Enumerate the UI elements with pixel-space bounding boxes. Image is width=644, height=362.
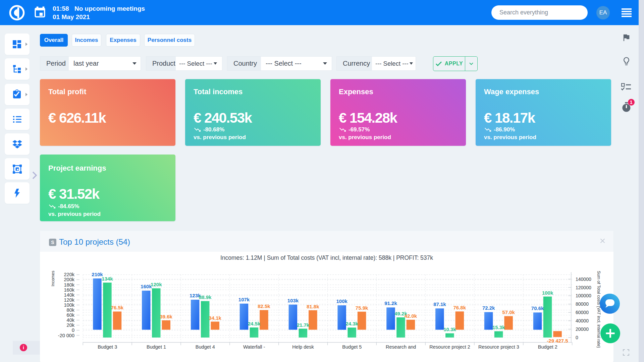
svg-text:140000: 140000 xyxy=(576,277,591,282)
svg-text:91.2k: 91.2k xyxy=(384,300,397,306)
svg-text:210k: 210k xyxy=(92,272,103,277)
svg-text:72.2k: 72.2k xyxy=(482,305,495,311)
svg-text:220k: 220k xyxy=(64,272,75,277)
svg-text:20000: 20000 xyxy=(576,326,589,332)
svg-text:24.3k: 24.3k xyxy=(345,321,358,326)
svg-text:160k: 160k xyxy=(64,287,75,293)
svg-text:140k: 140k xyxy=(64,292,75,298)
svg-text:Help desk: Help desk xyxy=(292,344,314,350)
svg-text:88.9k: 88.9k xyxy=(199,294,212,300)
svg-text:120000: 120000 xyxy=(576,285,591,290)
svg-text:Budget 1: Budget 1 xyxy=(147,344,166,350)
svg-text:100k: 100k xyxy=(542,290,553,296)
svg-text:180k: 180k xyxy=(64,282,75,288)
svg-text:Incomes: Incomes xyxy=(50,270,55,286)
svg-text:24.5k: 24.5k xyxy=(248,321,261,326)
svg-text:87.1k: 87.1k xyxy=(433,301,446,307)
svg-text:Waterfall -: Waterfall - xyxy=(243,344,265,350)
svg-text:10.3k: 10.3k xyxy=(443,326,456,332)
svg-text:0: 0 xyxy=(72,327,74,333)
svg-text:40000: 40000 xyxy=(576,318,589,323)
svg-text:34.1k: 34.1k xyxy=(209,315,221,321)
svg-text:0: 0 xyxy=(576,335,578,340)
svg-text:160k: 160k xyxy=(141,284,152,289)
svg-text:20k: 20k xyxy=(67,322,75,328)
svg-text:Resource project 3: Resource project 3 xyxy=(478,344,519,350)
svg-text:107k: 107k xyxy=(238,297,250,302)
svg-text:100k: 100k xyxy=(64,302,75,308)
svg-text:134k: 134k xyxy=(102,276,113,282)
svg-text:200k: 200k xyxy=(64,277,75,282)
svg-text:39.6k: 39.6k xyxy=(160,314,172,319)
svg-text:Budget 4: Budget 4 xyxy=(196,344,215,350)
svg-text:40k: 40k xyxy=(67,317,75,323)
svg-text:76.8k: 76.8k xyxy=(453,305,466,310)
svg-text:100k: 100k xyxy=(336,298,348,304)
svg-text:Budget 2: Budget 2 xyxy=(538,344,557,350)
svg-text:60k: 60k xyxy=(67,312,75,318)
svg-text:82.5k: 82.5k xyxy=(258,303,270,309)
svg-text:42.0k: 42.0k xyxy=(405,313,417,319)
svg-text:60000: 60000 xyxy=(576,310,589,315)
svg-text:57.0k: 57.0k xyxy=(502,309,515,315)
svg-text:21.7k: 21.7k xyxy=(297,322,310,328)
svg-text:75.9k: 75.9k xyxy=(356,305,368,311)
svg-text:Budget 3: Budget 3 xyxy=(98,344,117,350)
svg-text:76.5k: 76.5k xyxy=(111,305,124,310)
svg-text:81.8k: 81.8k xyxy=(307,304,319,309)
svg-text:80000: 80000 xyxy=(576,301,589,307)
svg-text:120k: 120k xyxy=(64,297,75,303)
svg-text:Budget 5: Budget 5 xyxy=(342,344,362,350)
svg-text:100000: 100000 xyxy=(576,293,591,298)
svg-text:Sum of Total costs (VAT incl,: Sum of Total costs (VAT incl, internal r… xyxy=(596,271,601,348)
svg-text:70.6k: 70.6k xyxy=(531,305,544,311)
svg-text:-20 000: -20 000 xyxy=(58,333,74,338)
svg-text:Research and: Research and xyxy=(386,344,416,350)
svg-text:80k: 80k xyxy=(67,307,75,313)
svg-text:-29 427.5: -29 427.5 xyxy=(547,338,568,344)
svg-text:15.3k: 15.3k xyxy=(492,324,505,330)
svg-text:Resource project 2: Resource project 2 xyxy=(429,344,470,350)
svg-text:103k: 103k xyxy=(287,298,299,303)
svg-text:120k: 120k xyxy=(151,282,162,287)
